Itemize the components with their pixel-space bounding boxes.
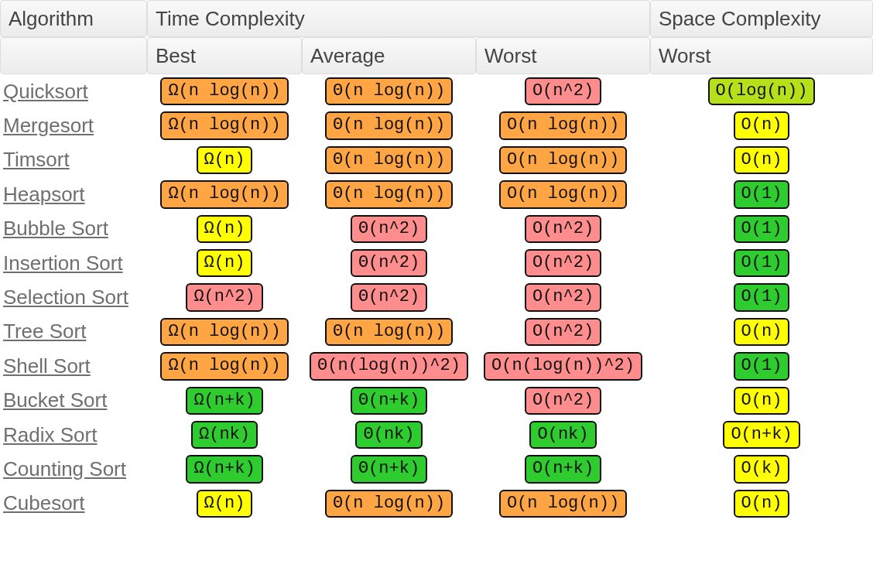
complexity-badge: O(n^2) bbox=[525, 387, 601, 415]
complexity-badge: O(n) bbox=[734, 490, 790, 518]
complexity-badge: Θ(n+k) bbox=[351, 455, 427, 483]
table-row: QuicksortΩ(n log(n))Θ(n log(n))O(n^2)O(l… bbox=[0, 74, 873, 108]
algorithm-link[interactable]: Mergesort bbox=[3, 114, 94, 137]
complexity-badge: Θ(n^2) bbox=[351, 283, 427, 311]
complexity-badge: O(1) bbox=[734, 352, 790, 380]
complexity-badge: O(1) bbox=[734, 249, 790, 277]
algorithm-link[interactable]: Heapsort bbox=[3, 183, 85, 206]
complexity-badge: Θ(n log(n)) bbox=[325, 318, 453, 346]
complexity-badge: O(n) bbox=[734, 146, 790, 174]
complexity-badge: Ω(nk) bbox=[191, 421, 258, 449]
header-best: Best bbox=[147, 37, 302, 74]
algorithm-link[interactable]: Bucket Sort bbox=[3, 388, 107, 412]
algorithm-link[interactable]: Cubesort bbox=[3, 491, 85, 514]
algorithm-link[interactable]: Timsort bbox=[3, 148, 70, 171]
complexity-badge: O(n^2) bbox=[525, 77, 601, 105]
table-row: Insertion SortΩ(n)Θ(n^2)O(n^2)O(1) bbox=[0, 246, 873, 280]
table-row: Selection SortΩ(n^2)Θ(n^2)O(n^2)O(1) bbox=[0, 280, 873, 314]
complexity-badge: Θ(n^2) bbox=[351, 215, 427, 243]
table-row: CubesortΩ(n)Θ(n log(n))O(n log(n))O(n) bbox=[0, 487, 873, 521]
complexity-badge: Θ(n^2) bbox=[351, 249, 427, 277]
complexity-badge: Ω(n) bbox=[197, 146, 253, 174]
complexity-badge: Ω(n log(n)) bbox=[160, 77, 288, 105]
complexity-badge: O(nk) bbox=[529, 421, 596, 449]
complexity-badge: Θ(n log(n)) bbox=[325, 77, 453, 105]
algorithm-link[interactable]: Bubble Sort bbox=[3, 217, 108, 240]
table-row: TimsortΩ(n)Θ(n log(n))O(n log(n))O(n) bbox=[0, 143, 873, 177]
complexity-badge: Θ(n log(n)) bbox=[325, 111, 453, 139]
complexity-badge: O(log(n)) bbox=[708, 77, 816, 105]
header-algorithm: Algorithm bbox=[0, 0, 147, 37]
header-worst: Worst bbox=[476, 37, 650, 74]
complexity-badge: O(n log(n)) bbox=[499, 111, 627, 139]
table-row: MergesortΩ(n log(n))Θ(n log(n))O(n log(n… bbox=[0, 108, 873, 142]
complexity-badge: Ω(n+k) bbox=[186, 387, 262, 415]
header-space-complexity: Space Complexity bbox=[650, 0, 873, 37]
table-row: Bubble SortΩ(n)Θ(n^2)O(n^2)O(1) bbox=[0, 212, 873, 246]
complexity-badge: O(1) bbox=[734, 215, 790, 243]
complexity-badge: O(n) bbox=[734, 387, 790, 415]
header-space-worst: Worst bbox=[650, 37, 873, 74]
algorithm-link[interactable]: Shell Sort bbox=[3, 354, 91, 378]
complexity-badge: Ω(n log(n)) bbox=[160, 111, 288, 139]
algorithm-link[interactable]: Insertion Sort bbox=[3, 251, 123, 275]
complexity-badge: O(n) bbox=[734, 111, 790, 139]
table-row: Counting SortΩ(n+k)Θ(n+k)O(n+k)O(k) bbox=[0, 452, 873, 486]
complexity-badge: O(n log(n)) bbox=[499, 146, 627, 174]
complexity-badge: Ω(n) bbox=[197, 249, 253, 277]
complexity-badge: O(n^2) bbox=[525, 318, 601, 346]
complexity-badge: Θ(n+k) bbox=[351, 387, 427, 415]
complexity-badge: Ω(n) bbox=[197, 490, 253, 518]
table-row: Tree SortΩ(n log(n))Θ(n log(n))O(n^2)O(n… bbox=[0, 315, 873, 349]
header-average: Average bbox=[302, 37, 476, 74]
complexity-badge: Θ(n log(n)) bbox=[325, 146, 453, 174]
complexity-badge: Ω(n log(n)) bbox=[160, 352, 288, 380]
complexity-badge: O(n^2) bbox=[525, 283, 601, 311]
complexity-table: Algorithm Time Complexity Space Complexi… bbox=[0, 0, 873, 521]
complexity-badge: O(n log(n)) bbox=[499, 490, 627, 518]
complexity-badge: O(1) bbox=[734, 283, 790, 311]
complexity-badge: Ω(n log(n)) bbox=[160, 318, 288, 346]
header-empty bbox=[0, 37, 147, 74]
complexity-badge: Ω(n^2) bbox=[186, 283, 262, 311]
algorithm-link[interactable]: Radix Sort bbox=[3, 423, 97, 446]
complexity-badge: Θ(nk) bbox=[355, 421, 422, 449]
complexity-badge: Ω(n+k) bbox=[186, 455, 262, 483]
complexity-badge: O(n log(n)) bbox=[499, 180, 627, 208]
complexity-badge: O(n^2) bbox=[525, 249, 601, 277]
algorithm-link[interactable]: Quicksort bbox=[3, 80, 88, 103]
table-row: HeapsortΩ(n log(n))Θ(n log(n))O(n log(n)… bbox=[0, 177, 873, 211]
table-row: Bucket SortΩ(n+k)Θ(n+k)O(n^2)O(n) bbox=[0, 384, 873, 418]
complexity-badge: O(n+k) bbox=[525, 455, 601, 483]
header-time-complexity: Time Complexity bbox=[147, 0, 650, 37]
complexity-badge: Θ(n log(n)) bbox=[325, 490, 453, 518]
complexity-badge: O(n) bbox=[734, 318, 790, 346]
algorithm-link[interactable]: Tree Sort bbox=[3, 320, 86, 343]
complexity-badge: O(n+k) bbox=[723, 421, 799, 449]
complexity-badge: Ω(n) bbox=[197, 215, 253, 243]
complexity-badge: O(n^2) bbox=[525, 215, 601, 243]
complexity-badge: Θ(n(log(n))^2) bbox=[310, 352, 468, 380]
complexity-badge: O(k) bbox=[734, 455, 790, 483]
table-row: Shell SortΩ(n log(n))Θ(n(log(n))^2)O(n(l… bbox=[0, 349, 873, 383]
algorithm-link[interactable]: Selection Sort bbox=[3, 285, 128, 309]
complexity-badge: O(n(log(n))^2) bbox=[484, 352, 642, 380]
table-row: Radix SortΩ(nk)Θ(nk)O(nk)O(n+k) bbox=[0, 418, 873, 452]
complexity-badge: O(1) bbox=[734, 180, 790, 208]
complexity-badge: Ω(n log(n)) bbox=[160, 180, 288, 208]
algorithm-link[interactable]: Counting Sort bbox=[3, 457, 126, 480]
complexity-badge: Θ(n log(n)) bbox=[325, 180, 453, 208]
